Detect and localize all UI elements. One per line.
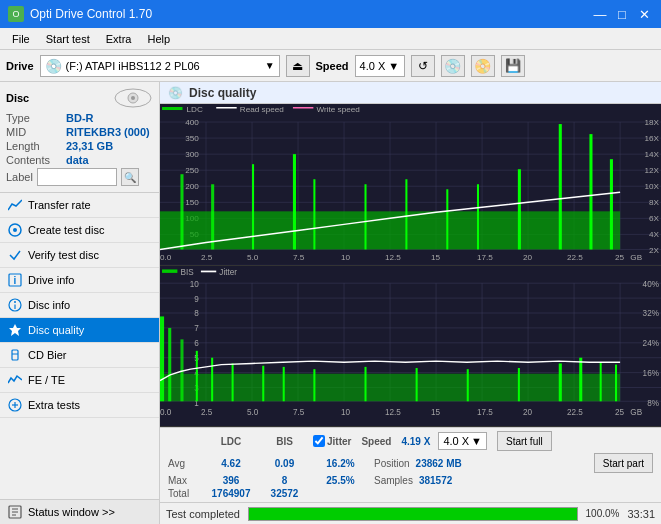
svg-text:400: 400: [185, 118, 199, 127]
close-button[interactable]: ✕: [635, 5, 653, 23]
svg-text:2.5: 2.5: [201, 406, 213, 417]
label-icon-button[interactable]: 🔍: [121, 168, 139, 186]
save-button[interactable]: 💾: [501, 55, 525, 77]
mid-value: RITEKBR3 (000): [66, 126, 150, 138]
charts-area: 400 350 300 250 200 150 100 50 18X 16X 1…: [160, 104, 661, 427]
bis-total-val: 32572: [262, 488, 307, 499]
svg-text:0.0: 0.0: [160, 406, 172, 417]
svg-point-8: [14, 301, 16, 303]
position-val: 23862 MB: [416, 458, 462, 469]
refresh-button[interactable]: ↺: [411, 55, 435, 77]
stats-speed-arrow[interactable]: ▼: [471, 435, 482, 447]
speed-label: Speed: [316, 60, 349, 72]
menubar: File Start test Extra Help: [0, 28, 661, 50]
drive-select[interactable]: 💿 (F:) ATAPI iHBS112 2 PL06 ▼: [40, 55, 280, 77]
speed-val: 4.19 X: [401, 436, 430, 447]
svg-text:0.0: 0.0: [160, 254, 172, 263]
svg-rect-153: [162, 269, 177, 272]
start-part-button[interactable]: Start part: [594, 453, 653, 473]
drive-value: (F:) ATAPI iHBS112 2 PL06: [66, 60, 200, 72]
svg-text:5.0: 5.0: [247, 406, 259, 417]
app-title: Opti Drive Control 1.70: [30, 7, 152, 21]
fe-te-icon: [8, 373, 22, 387]
nav-disc-info[interactable]: Disc info: [0, 293, 159, 318]
nav-transfer-rate-label: Transfer rate: [28, 199, 91, 211]
content: 💿 Disc quality: [160, 82, 661, 524]
svg-text:40%: 40%: [643, 278, 660, 289]
jitter-max-val: 25.5%: [313, 475, 368, 486]
disc-burn-button[interactable]: 📀: [471, 55, 495, 77]
svg-rect-75: [364, 184, 366, 249]
svg-text:9: 9: [194, 293, 199, 304]
svg-text:12X: 12X: [644, 166, 659, 175]
svg-text:250: 250: [185, 166, 199, 175]
ldc-col-header: LDC: [206, 436, 256, 447]
start-full-button[interactable]: Start full: [497, 431, 552, 451]
svg-text:8%: 8%: [647, 397, 659, 408]
svg-rect-11: [12, 350, 18, 360]
svg-point-4: [13, 228, 17, 232]
disc-button[interactable]: 💿: [441, 55, 465, 77]
svg-rect-77: [446, 189, 448, 249]
nav-cd-bier[interactable]: CD Bier: [0, 343, 159, 368]
length-label: Length: [6, 140, 66, 152]
nav-disc-quality[interactable]: Disc quality: [0, 318, 159, 343]
svg-rect-138: [579, 357, 582, 401]
nav-fe-te-label: FE / TE: [28, 374, 65, 386]
stats-speed-select-val: 4.0 X: [443, 435, 469, 447]
menu-help[interactable]: Help: [139, 31, 178, 47]
svg-rect-155: [201, 270, 216, 272]
disc-quality-header-icon: 💿: [168, 86, 183, 100]
svg-rect-87: [293, 107, 313, 109]
menu-extra[interactable]: Extra: [98, 31, 140, 47]
menu-file[interactable]: File: [4, 31, 38, 47]
eject-button[interactable]: ⏏: [286, 55, 310, 77]
svg-rect-123: [160, 373, 620, 401]
nav-create-test-disc-label: Create test disc: [28, 224, 104, 236]
jitter-checkbox[interactable]: [313, 435, 325, 447]
nav-transfer-rate[interactable]: Transfer rate: [0, 193, 159, 218]
minimize-button[interactable]: —: [591, 5, 609, 23]
svg-rect-74: [313, 179, 315, 249]
menu-start-test[interactable]: Start test: [38, 31, 98, 47]
titlebar-title: O Opti Drive Control 1.70: [8, 6, 152, 22]
speed-select[interactable]: 4.0 X ▼: [355, 55, 405, 77]
svg-point-2: [131, 96, 135, 100]
speed-arrow[interactable]: ▼: [388, 60, 399, 72]
svg-text:22.5: 22.5: [567, 406, 583, 417]
svg-text:25: 25: [615, 406, 624, 417]
speed-col-header: Speed: [361, 436, 391, 447]
svg-rect-136: [518, 368, 520, 401]
status-window-button[interactable]: Status window >>: [0, 499, 159, 524]
nav-fe-te[interactable]: FE / TE: [0, 368, 159, 393]
svg-rect-133: [364, 366, 366, 400]
ldc-max-val: 396: [206, 475, 256, 486]
nav-create-test-disc[interactable]: Create test disc: [0, 218, 159, 243]
maximize-button[interactable]: □: [613, 5, 631, 23]
app-icon: O: [8, 6, 24, 22]
svg-text:7.5: 7.5: [293, 254, 305, 263]
time-text: 33:31: [627, 508, 655, 520]
svg-text:20: 20: [523, 406, 532, 417]
svg-text:10: 10: [341, 406, 350, 417]
drive-label: Drive: [6, 60, 34, 72]
svg-rect-83: [162, 107, 182, 110]
nav-drive-info[interactable]: i Drive info: [0, 268, 159, 293]
avg-row-label: Avg: [168, 458, 200, 469]
svg-text:300: 300: [185, 150, 199, 159]
svg-text:i: i: [14, 275, 17, 286]
svg-text:6: 6: [194, 337, 199, 348]
svg-text:16%: 16%: [643, 367, 660, 378]
svg-rect-81: [589, 134, 592, 249]
label-input[interactable]: [37, 168, 117, 186]
nav-extra-tests[interactable]: Extra tests: [0, 393, 159, 418]
jitter-col-header: Jitter: [327, 436, 351, 447]
bis-avg-val: 0.09: [262, 458, 307, 469]
nav-verify-test-disc[interactable]: Verify test disc: [0, 243, 159, 268]
nav-disc-quality-label: Disc quality: [28, 324, 84, 336]
drive-dropdown-arrow[interactable]: ▼: [265, 60, 275, 71]
disc-quality-header-title: Disc quality: [189, 86, 256, 100]
stats-speed-select[interactable]: 4.0 X ▼: [438, 432, 487, 450]
svg-text:14X: 14X: [644, 150, 659, 159]
ldc-chart-svg: 400 350 300 250 200 150 100 50 18X 16X 1…: [160, 104, 661, 265]
